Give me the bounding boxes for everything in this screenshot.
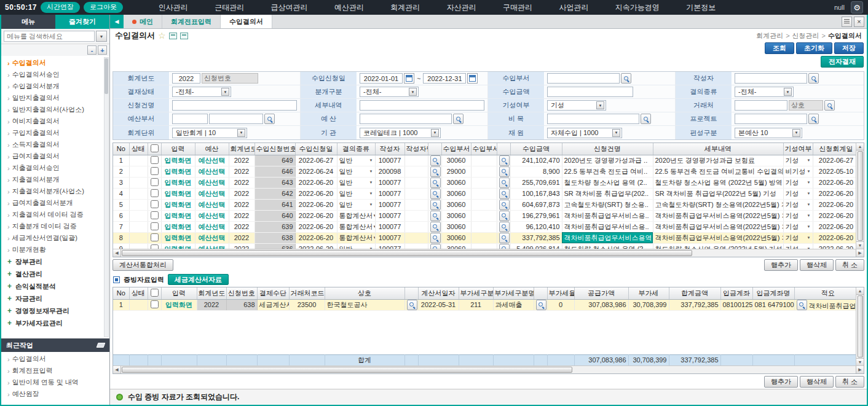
sidebar-menu-item[interactable]: ›지출결의서분개 (7, 174, 103, 185)
topbar-menu-item[interactable]: 인사관리 (159, 2, 188, 13)
scrollbar-thumb[interactable] (858, 295, 863, 357)
scroll-right-icon[interactable]: ▶ (856, 249, 864, 257)
budget-dept-name-input[interactable] (209, 114, 263, 124)
menu-search-input[interactable] (4, 31, 95, 42)
collapse-all-button[interactable]: - (87, 45, 97, 55)
sidebar-menu-item[interactable]: ›급여지출결의서 (7, 150, 103, 162)
row-search-button[interactable] (430, 211, 441, 221)
select-all-checkbox[interactable] (151, 144, 159, 152)
topbar-menu-item[interactable]: 구매관리 (503, 2, 532, 13)
completion-select[interactable]: 기성▼ (547, 100, 606, 111)
select-all-checkbox[interactable] (151, 289, 159, 297)
income-dept-input[interactable] (547, 73, 620, 84)
cell-dropdown[interactable]: 기성▼ (786, 244, 811, 249)
input-screen-button[interactable]: 입력화면 (165, 212, 192, 219)
save-button[interactable]: 저장 (834, 42, 864, 54)
scroll-up-icon[interactable]: ▲ (856, 143, 864, 150)
accounting-unit-select[interactable]: 일반회계 | 10▼ (172, 128, 247, 138)
budget-dept-code-input[interactable] (172, 114, 208, 124)
extend-time-button[interactable]: 시간연장 (41, 2, 80, 12)
expense-item-input[interactable] (547, 114, 639, 124)
row-search-button[interactable] (499, 222, 510, 232)
row-checkbox[interactable] (151, 200, 159, 208)
sidebar-menu-item[interactable]: ›일반지출결의서(사업소) (7, 104, 103, 115)
budget-search-button[interactable] (453, 114, 464, 124)
vendor-search-button[interactable] (824, 100, 835, 111)
sidebar-group-item[interactable]: +손익실적분석 (7, 280, 103, 292)
sidebar-menu-item[interactable]: ›지출결의서 데이터 검증 (7, 209, 103, 221)
journal-type-select[interactable]: -전체-▼ (360, 87, 419, 97)
row-checkbox[interactable] (151, 211, 159, 219)
cell-dropdown[interactable]: 기성▼ (786, 189, 811, 198)
row-search-button[interactable] (797, 300, 807, 310)
budget-select-button[interactable]: 예산선택 (199, 234, 226, 241)
cancel-button[interactable]: 취 소 (835, 259, 864, 271)
scrollbar-thumb[interactable] (122, 250, 692, 256)
row-search-button[interactable] (536, 300, 546, 310)
request-no-input[interactable] (202, 73, 258, 84)
expense-item-search-button[interactable] (641, 114, 651, 124)
sidebar-menu-item[interactable]: ›소득지출결의서 (7, 139, 103, 150)
recent-item[interactable]: ›예산원장 (7, 388, 109, 400)
search-button[interactable]: 조회 (765, 42, 794, 54)
scroll-left-icon[interactable]: ◀ (113, 366, 121, 373)
resolution-type-select[interactable]: -전체-▼ (735, 87, 794, 97)
table-row[interactable]: 9입력화면예산선택20226362022-06-20일반▼10007730060… (113, 243, 856, 249)
sidebar-group-item[interactable]: +결산관리 (7, 268, 103, 280)
clear-recent-icon[interactable] (97, 343, 106, 348)
row-checkbox[interactable] (151, 233, 159, 241)
request-title-input[interactable] (172, 100, 297, 111)
delete-row-button[interactable]: 행삭제 (800, 259, 834, 271)
add-row-button[interactable]: 행추가 (764, 376, 798, 388)
budget-select-button[interactable]: 예산선택 (199, 157, 226, 164)
sidebar-menu-item[interactable]: ›지출결의서승인 (7, 162, 103, 174)
sidebar-tab-menu[interactable]: 메뉴 (1, 15, 55, 29)
cell-dropdown[interactable]: 기성▼ (786, 233, 811, 243)
row-search-button[interactable] (430, 189, 441, 199)
input-screen-button[interactable]: 입력화면 (165, 190, 192, 197)
input-screen-button[interactable]: 입력화면 (165, 201, 192, 208)
settings-gear-icon[interactable]: ⚙ (851, 1, 863, 14)
row-search-button[interactable] (499, 155, 510, 166)
e-approval-button[interactable]: 전자결재 (821, 56, 864, 68)
cancel-button[interactable]: 취 소 (835, 376, 864, 388)
budget-select-button[interactable]: 예산선택 (199, 190, 226, 197)
table-row[interactable]: 3입력화면예산선택20226432022-06-20일반▼10007730060… (113, 177, 856, 188)
cell-dropdown[interactable]: 기성▼ (786, 200, 811, 209)
writer-input[interactable] (735, 73, 807, 84)
cell-dropdown[interactable]: 일반▼ (339, 200, 373, 209)
scroll-up-icon[interactable]: ▲ (856, 287, 864, 295)
budget-class-select[interactable]: 본예산 10▼ (735, 128, 802, 138)
topbar-menu-item[interactable]: 예산관리 (334, 2, 364, 13)
table-row[interactable]: 5입력화면예산선택20226412022-06-20일반▼10007730060… (113, 199, 856, 210)
vendor-input[interactable] (735, 100, 787, 111)
row-search-button[interactable] (499, 200, 510, 210)
sidebar-menu-item[interactable]: ›급여지출결의서분개 (7, 197, 103, 209)
budget-select-button[interactable]: 예산선택 (199, 168, 226, 175)
scroll-down-icon[interactable]: ▼ (856, 241, 864, 249)
row-search-button[interactable] (499, 211, 510, 221)
row-search-button[interactable] (499, 244, 510, 249)
row-search-button[interactable] (430, 166, 441, 177)
sidebar-menu-item[interactable]: ›수입결의서분개 (7, 80, 103, 92)
cell-dropdown[interactable]: 일반▼ (339, 244, 373, 249)
cell-dropdown[interactable]: 통합계산서▼ (339, 222, 373, 232)
income-dept-search-button[interactable] (621, 73, 631, 84)
fiscal-year-input[interactable] (172, 73, 200, 84)
row-checkbox[interactable] (151, 156, 159, 164)
table-row[interactable]: 7입력화면예산선택20226392022-06-20통합계산서▼10007730… (113, 221, 856, 232)
row-checkbox[interactable] (151, 167, 159, 175)
writer-search-button[interactable] (808, 73, 819, 84)
topbar-menu-item[interactable]: 지속가능경영 (615, 2, 660, 13)
sidebar-menu-item[interactable]: ›세금계산서연결(일괄) (7, 232, 103, 244)
sidebar-group-item[interactable]: +장부관리 (7, 256, 103, 268)
input-screen-button[interactable]: 입력화면 (165, 234, 192, 241)
topbar-menu-item[interactable]: 사업관리 (559, 2, 588, 13)
window-icon[interactable] (169, 33, 177, 39)
project-input[interactable] (735, 114, 807, 124)
cell-dropdown[interactable]: 기성▼ (786, 178, 811, 187)
scroll-right-icon[interactable]: ▶ (856, 366, 864, 373)
row-search-button[interactable] (430, 155, 441, 166)
budget-input[interactable] (360, 114, 452, 124)
calendar-to-button[interactable] (467, 73, 478, 84)
